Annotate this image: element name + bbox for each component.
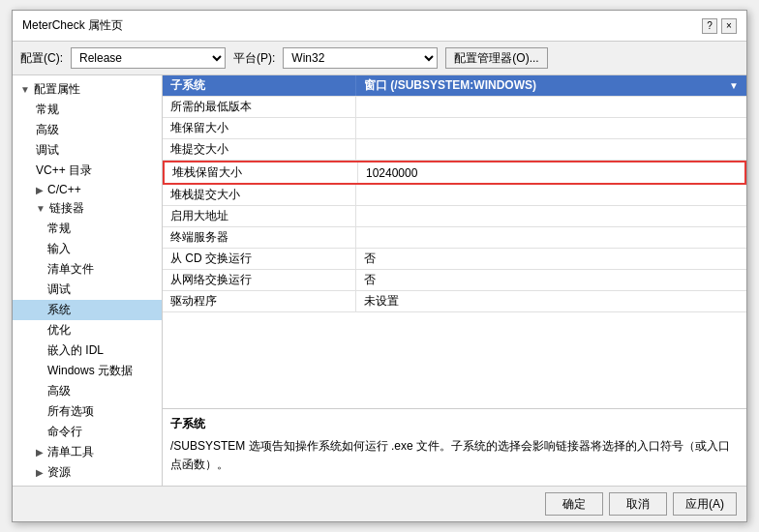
subsystem-dropdown-icon[interactable]: ▼ <box>729 80 739 91</box>
right-panel: 子系统 窗口 (/SUBSYSTEM:WINDOWS) ▼ 所需的最低版本 堆保… <box>163 75 746 486</box>
sidebar-item-调试[interactable]: 调试 <box>13 140 162 161</box>
sidebar-item-linker-命令行[interactable]: 命令行 <box>13 422 162 442</box>
sidebar-item-linker-嵌入idl[interactable]: 嵌入的 IDL <box>13 340 162 361</box>
toolbar: 配置(C): Release 平台(P): Win32 配置管理器(O)... <box>13 42 746 75</box>
sidebar-item-linker-系统[interactable]: 系统 <box>13 300 162 320</box>
label: 资源 <box>47 464 71 481</box>
prop-name-堆栈保留大小: 堆栈保留大小 <box>165 163 358 183</box>
label: 所有选项 <box>47 403 94 420</box>
prop-row-堆提交大小: 堆提交大小 <box>163 139 746 161</box>
prop-row-终端服务器: 终端服务器 <box>163 227 746 249</box>
description-text: /SUBSYSTEM 选项告知操作系统如何运行 .exe 文件。子系统的选择会影… <box>170 437 739 474</box>
header-name: 子系统 <box>163 75 356 96</box>
platform-select[interactable]: Win32 <box>283 47 438 69</box>
prop-name-堆提交大小: 堆提交大小 <box>163 139 356 160</box>
prop-name-从网络交换运行: 从网络交换运行 <box>163 270 356 290</box>
description-title: 子系统 <box>170 415 739 433</box>
label: 清单文件 <box>47 261 94 278</box>
label: 调试 <box>47 281 71 298</box>
prop-row-启用大地址: 启用大地址 <box>163 206 746 227</box>
sidebar-item-linker-清单文件[interactable]: 清单文件 <box>13 259 162 280</box>
prop-value-终端服务器[interactable] <box>356 227 746 248</box>
tree-root[interactable]: ▼ 配置属性 <box>13 79 162 100</box>
label: 清单工具 <box>47 444 94 460</box>
label: 命令行 <box>47 424 82 440</box>
cancel-button[interactable]: 取消 <box>609 492 667 516</box>
label: 常规 <box>47 221 71 237</box>
linker-arrow: ▼ <box>36 203 46 214</box>
help-button[interactable]: ? <box>702 18 717 34</box>
prop-row-所需的最低版本: 所需的最低版本 <box>163 97 746 118</box>
prop-value-从cd交换运行[interactable]: 否 <box>356 249 746 269</box>
sidebar-item-常规[interactable]: 常规 <box>13 100 162 120</box>
sidebar-item-c/c++[interactable]: ▶ C/C++ <box>13 181 162 198</box>
sidebar-item-linker-调试[interactable]: 调试 <box>13 280 162 300</box>
title-bar: MeterCheck 属性页 ? × <box>13 11 746 42</box>
label: 高级 <box>36 122 59 138</box>
prop-name-堆栈提交大小: 堆栈提交大小 <box>163 185 356 205</box>
dialog: MeterCheck 属性页 ? × 配置(C): Release 平台(P):… <box>12 10 747 522</box>
header-value: 窗口 (/SUBSYSTEM:WINDOWS) ▼ <box>356 75 746 96</box>
prop-row-从网络交换运行: 从网络交换运行 否 <box>163 270 746 291</box>
dialog-title: MeterCheck 属性页 <box>22 17 123 34</box>
prop-value-启用大地址[interactable] <box>356 206 746 226</box>
prop-name-驱动程序: 驱动程序 <box>163 291 356 311</box>
sidebar-item-linker-windows元数据[interactable]: Windows 元数据 <box>13 361 162 381</box>
bottom-bar: 确定 取消 应用(A) <box>13 486 746 521</box>
platform-label: 平台(P): <box>233 50 275 67</box>
manifest-arrow: ▶ <box>36 447 44 458</box>
sidebar-item-高级[interactable]: 高级 <box>13 120 162 140</box>
config-label: 配置(C): <box>20 50 63 67</box>
label: VC++ 目录 <box>36 163 92 179</box>
sidebar-item-linker-优化[interactable]: 优化 <box>13 320 162 340</box>
prop-name-启用大地址: 启用大地址 <box>163 206 356 226</box>
tree-root-arrow: ▼ <box>20 84 30 95</box>
prop-value-堆栈提交大小[interactable] <box>356 185 746 205</box>
close-button[interactable]: × <box>721 18 737 34</box>
description-area: 子系统 /SUBSYSTEM 选项告知操作系统如何运行 .exe 文件。子系统的… <box>163 408 746 486</box>
ok-button[interactable]: 确定 <box>545 492 603 516</box>
prop-name-堆保留大小: 堆保留大小 <box>163 118 356 138</box>
label: 链接器 <box>49 200 84 217</box>
prop-row-从cd交换运行: 从 CD 交换运行 否 <box>163 249 746 270</box>
props-header-row: 子系统 窗口 (/SUBSYSTEM:WINDOWS) ▼ <box>163 75 746 97</box>
left-panel-tree: ▼ 配置属性 常规 高级 调试 VC++ 目录 ▶ C/C++ ▼ 链接器 常规… <box>13 75 163 486</box>
label: 优化 <box>47 322 71 339</box>
prop-name-所需的最低版本: 所需的最低版本 <box>163 97 356 117</box>
sidebar-item-linker-常规[interactable]: 常规 <box>13 219 162 239</box>
prop-row-驱动程序: 驱动程序 未设置 <box>163 291 746 312</box>
prop-value-从网络交换运行[interactable]: 否 <box>356 270 746 290</box>
props-table: 子系统 窗口 (/SUBSYSTEM:WINDOWS) ▼ 所需的最低版本 堆保… <box>163 75 746 408</box>
sidebar-item-链接器[interactable]: ▼ 链接器 <box>13 198 162 219</box>
config-select[interactable]: Release <box>71 47 226 69</box>
config-manager-button[interactable]: 配置管理器(O)... <box>445 47 547 69</box>
main-content: ▼ 配置属性 常规 高级 调试 VC++ 目录 ▶ C/C++ ▼ 链接器 常规… <box>13 75 746 486</box>
sidebar-item-资源[interactable]: ▶ 资源 <box>13 462 162 483</box>
prop-row-堆保留大小: 堆保留大小 <box>163 118 746 139</box>
prop-value-堆栈保留大小[interactable]: 10240000 <box>358 163 744 183</box>
label: 调试 <box>36 142 59 159</box>
label: C/C++ <box>47 183 81 196</box>
sidebar-item-vc++目录[interactable]: VC++ 目录 <box>13 161 162 181</box>
label: Windows 元数据 <box>47 363 133 379</box>
sidebar-item-linker-高级[interactable]: 高级 <box>13 381 162 401</box>
title-buttons: ? × <box>702 18 737 34</box>
prop-row-堆栈提交大小: 堆栈提交大小 <box>163 185 746 206</box>
sidebar-item-linker-输入[interactable]: 输入 <box>13 239 162 259</box>
tree-root-label: 配置属性 <box>34 81 80 98</box>
label: 高级 <box>47 383 71 399</box>
label: 嵌入的 IDL <box>47 342 104 359</box>
apply-button[interactable]: 应用(A) <box>673 492 737 516</box>
prop-value-驱动程序[interactable]: 未设置 <box>356 291 746 311</box>
prop-name-从cd交换运行: 从 CD 交换运行 <box>163 249 356 269</box>
sidebar-item-linker-所有选项[interactable]: 所有选项 <box>13 401 162 422</box>
prop-value-堆提交大小[interactable] <box>356 139 746 160</box>
label: 常规 <box>36 102 59 118</box>
prop-value-所需的最低版本[interactable] <box>356 97 746 117</box>
prop-value-堆保留大小[interactable] <box>356 118 746 138</box>
prop-row-堆栈保留大小: 堆栈保留大小 10240000 <box>163 161 746 185</box>
c-arrow: ▶ <box>36 185 44 195</box>
prop-name-终端服务器: 终端服务器 <box>163 227 356 248</box>
sidebar-item-清单工具[interactable]: ▶ 清单工具 <box>13 442 162 462</box>
label: 系统 <box>47 302 71 318</box>
